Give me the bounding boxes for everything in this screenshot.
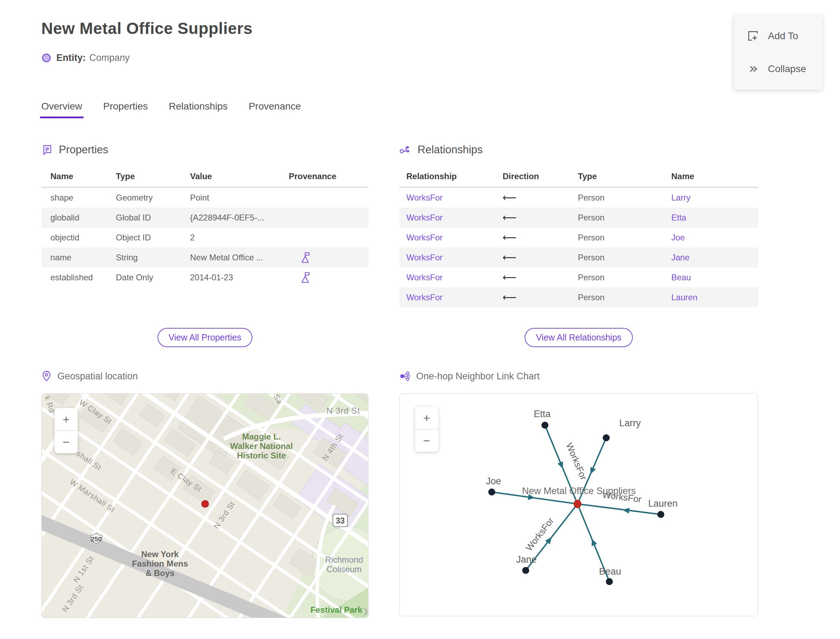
chart-node-label: Lauren: [648, 498, 678, 509]
relationships-icon: [399, 144, 411, 155]
chart-node-center[interactable]: [574, 500, 581, 508]
related-type: Person: [578, 193, 671, 203]
property-name: shape: [41, 193, 116, 203]
related-type: Person: [578, 273, 671, 282]
poi-label-richmond: Coliseum: [326, 564, 361, 574]
relationships-section-header: Relationships: [399, 143, 758, 157]
properties-section-title: Properties: [59, 143, 108, 156]
chart-node-label: Beau: [599, 566, 621, 577]
table-row: WorksFor ⟵ Person Lauren: [399, 287, 758, 307]
entity-label: Entity:: [56, 52, 86, 64]
col-header-relationship: Relationship: [399, 172, 503, 181]
add-to-icon: [747, 30, 759, 42]
chart-node-label: Etta: [534, 409, 551, 419]
relationship-link[interactable]: WorksFor: [399, 273, 503, 282]
chart-node-larry[interactable]: [603, 434, 610, 441]
direction-arrow: ⟵: [503, 291, 578, 303]
view-all-properties-button[interactable]: View All Properties: [158, 328, 253, 347]
property-name: name: [41, 253, 116, 262]
related-entity-link[interactable]: Beau: [671, 273, 758, 282]
table-row: WorksFor ⟵ Person Larry: [399, 188, 758, 208]
chart-node-etta[interactable]: [541, 422, 549, 429]
table-row: established Date Only 2014-01-23: [41, 267, 369, 287]
entity-type-icon: [42, 54, 51, 62]
chart-zoom-in-button[interactable]: +: [415, 407, 438, 429]
chart-node-beau[interactable]: [606, 578, 613, 585]
direction-arrow: ⟵: [503, 192, 578, 203]
related-entity-link[interactable]: Larry: [671, 193, 758, 203]
table-row: WorksFor ⟵ Person Beau: [399, 267, 758, 287]
direction-arrow: ⟵: [503, 272, 578, 283]
col-header-type: Type: [116, 172, 190, 181]
chart-node-joe[interactable]: [488, 488, 495, 496]
chevrons-right-icon: [747, 63, 759, 75]
col-header-value: Value: [190, 172, 289, 181]
poi-label-ny: Fashion Mens: [132, 559, 188, 568]
property-value: New Metal Office ...: [190, 253, 289, 262]
properties-table: Name Type Value Provenance shape Geometr…: [41, 168, 369, 287]
property-type: Geometry: [116, 193, 190, 203]
properties-section-header: Properties: [41, 143, 369, 157]
table-row: WorksFor ⟵ Person Joe: [399, 227, 758, 247]
chart-node-jane[interactable]: [522, 567, 529, 574]
property-value: 2014-01-23: [190, 273, 289, 282]
col-header-provenance: Provenance: [289, 172, 369, 181]
street-label: N 3rd St: [326, 406, 360, 415]
tab-bar: Overview Properties Relationships Proven…: [41, 101, 301, 118]
chart-zoom-out-button[interactable]: −: [415, 429, 438, 452]
direction-arrow: ⟵: [503, 232, 578, 243]
related-type: Person: [578, 292, 671, 302]
related-entity-link[interactable]: Etta: [671, 213, 758, 223]
link-chart[interactable]: + −: [399, 393, 758, 616]
related-entity-link[interactable]: Lauren: [671, 292, 758, 302]
linkchart-section-title: One-hop Neighbor Link Chart: [416, 371, 540, 382]
tab-properties[interactable]: Properties: [103, 101, 148, 118]
route-badge-33: 33: [336, 516, 345, 525]
property-name: objectid: [41, 233, 116, 243]
table-row: name String New Metal Office ...: [41, 247, 369, 267]
related-entity-link[interactable]: Joe: [671, 233, 758, 243]
map-zoom-in-button[interactable]: +: [55, 408, 78, 431]
chart-node-lauren[interactable]: [657, 511, 664, 518]
edge-label-worksfor: WorksFor: [564, 441, 589, 482]
provenance-flag-icon[interactable]: [301, 252, 311, 264]
relationship-link[interactable]: WorksFor: [399, 193, 503, 203]
relationship-link[interactable]: WorksFor: [399, 213, 503, 223]
map-zoom-out-button[interactable]: −: [55, 431, 78, 453]
collapse-label: Collapse: [768, 64, 806, 75]
provenance-flag-icon[interactable]: [301, 272, 311, 283]
map-location-marker[interactable]: [202, 501, 208, 507]
property-name: established: [41, 273, 116, 282]
col-header-direction: Direction: [503, 172, 578, 181]
chart-node-label: Joe: [486, 476, 501, 486]
col-header-name: Name: [671, 172, 758, 181]
tab-provenance[interactable]: Provenance: [248, 101, 301, 118]
property-value: {A228944F-0EF5-...: [190, 213, 289, 223]
col-header-type: Type: [578, 172, 671, 181]
map-zoom-control: + −: [55, 408, 78, 453]
related-type: Person: [578, 253, 671, 262]
collapse-button[interactable]: Collapse: [747, 63, 822, 75]
property-type: String: [116, 253, 190, 262]
property-name: globalid: [41, 213, 116, 223]
map-canvas: W Clay St arshall St W Marshall St E Cla…: [41, 394, 369, 618]
relationship-link[interactable]: WorksFor: [399, 253, 503, 262]
relationships-column: Relationships Relationship Direction Typ…: [399, 143, 758, 618]
edge-label-worksfor: WorksFor: [523, 515, 556, 553]
tab-relationships[interactable]: Relationships: [169, 101, 228, 118]
relationship-link[interactable]: WorksFor: [399, 233, 503, 243]
relationship-link[interactable]: WorksFor: [399, 292, 503, 302]
property-value: Point: [190, 193, 289, 203]
overview-content: Properties Name Type Value Provenance sh…: [41, 143, 758, 618]
related-entity-link[interactable]: Jane: [671, 253, 758, 262]
tab-overview[interactable]: Overview: [41, 101, 82, 118]
map[interactable]: + −: [41, 393, 369, 618]
relationships-section-title: Relationships: [418, 143, 483, 156]
chart-node-label: Jane: [516, 554, 537, 565]
view-all-relationships-button[interactable]: View All Relationships: [525, 328, 632, 347]
table-row: objectid Object ID 2: [41, 227, 369, 247]
link-chart-icon: [399, 370, 410, 382]
table-row: WorksFor ⟵ Person Etta: [399, 208, 758, 227]
add-to-button[interactable]: Add To: [747, 30, 822, 42]
table-row: shape Geometry Point: [41, 188, 369, 208]
